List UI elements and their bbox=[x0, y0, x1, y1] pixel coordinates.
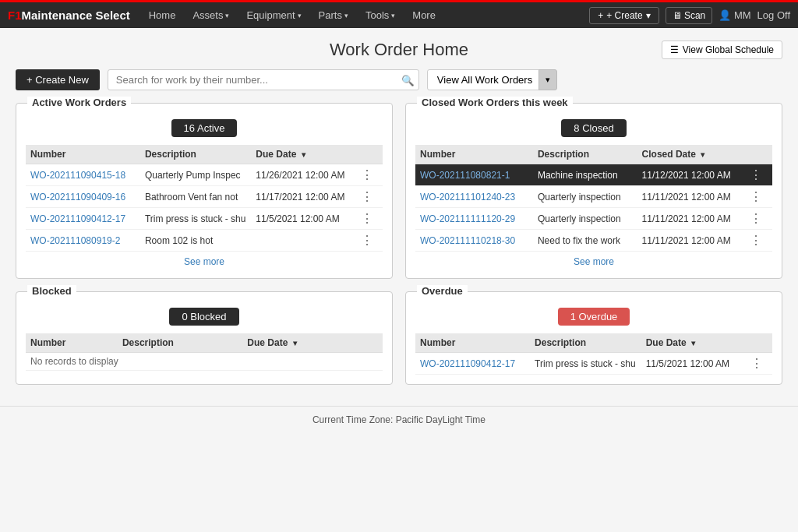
closed-work-orders-table: Number Description Closed Date ▾ WO-2021… bbox=[415, 145, 772, 252]
table-row: WO-202111090409-16 Bathroom Vent fan not… bbox=[26, 186, 383, 208]
row-actions-button[interactable]: ⋮ bbox=[358, 189, 376, 204]
view-global-schedule-button[interactable]: ☰ View Global Schedule bbox=[662, 41, 782, 59]
search-input[interactable] bbox=[108, 69, 419, 90]
row-actions-button[interactable]: ⋮ bbox=[747, 189, 764, 204]
nav-equipment[interactable]: Equipment ▾ bbox=[240, 2, 307, 30]
row-actions-button[interactable]: ⋮ bbox=[747, 233, 764, 248]
row-actions-button[interactable]: ⋮ bbox=[747, 211, 764, 226]
table-row: WO-202111090412-17 Trim press is stuck -… bbox=[415, 353, 772, 375]
tools-chevron-icon: ▾ bbox=[391, 12, 395, 19]
work-order-description: Machine inspection bbox=[533, 164, 637, 186]
active-col-number: Number bbox=[26, 145, 140, 164]
parts-chevron-icon: ▾ bbox=[344, 12, 348, 19]
work-order-due-date: 11/5/2021 12:00 AM bbox=[251, 208, 353, 230]
active-col-duedate: Due Date ▾ bbox=[251, 145, 353, 164]
work-order-closed-date: 11/11/2021 12:00 AM bbox=[637, 208, 743, 230]
work-order-due-date: 11/5/2021 12:00 AM bbox=[641, 353, 743, 375]
work-order-number-link[interactable]: WO-202111090415-18 bbox=[26, 164, 140, 186]
overdue-col-actions bbox=[743, 333, 772, 353]
toolbar: + Create New 🔍 View All Work Orders ▾ bbox=[16, 69, 782, 90]
table-row: WO-202111090412-17 Trim press is stuck -… bbox=[26, 208, 383, 230]
active-col-description: Description bbox=[140, 145, 251, 164]
work-order-number-link[interactable]: WO-202111090409-16 bbox=[26, 186, 140, 208]
search-icon-button[interactable]: 🔍 bbox=[401, 74, 415, 86]
create-label: + Create bbox=[606, 10, 642, 21]
work-order-description: Bathroom Vent fan not bbox=[140, 186, 251, 208]
table-row: WO-202111110218-30 Need to fix the work … bbox=[415, 230, 772, 252]
active-panel-title: Active Work Orders bbox=[27, 97, 131, 108]
view-all-wrapper: View All Work Orders ▾ bbox=[427, 69, 557, 90]
work-order-number-link[interactable]: WO-202111080821-1 bbox=[415, 164, 533, 186]
overdue-col-duedate: Due Date ▾ bbox=[641, 333, 743, 353]
nav-more[interactable]: More bbox=[406, 2, 442, 30]
table-row: No records to display bbox=[26, 353, 383, 371]
create-button[interactable]: + + Create ▾ bbox=[589, 7, 659, 24]
closed-col-description: Description bbox=[533, 145, 637, 164]
work-order-description: Need to fix the work bbox=[533, 230, 637, 252]
view-global-label: View Global Schedule bbox=[683, 44, 774, 55]
blocked-duedate-sort-icon[interactable]: ▾ bbox=[293, 339, 297, 347]
overdue-col-description: Description bbox=[530, 333, 641, 353]
work-order-closed-date: 11/11/2021 12:00 AM bbox=[637, 230, 743, 252]
work-order-number-link[interactable]: WO-202111090412-17 bbox=[415, 353, 530, 375]
create-new-button[interactable]: + Create New bbox=[16, 69, 100, 90]
user-menu[interactable]: 👤 MM bbox=[719, 9, 750, 21]
active-see-more[interactable]: See more bbox=[26, 252, 383, 269]
brand-suffix: Maintenance Select bbox=[22, 9, 130, 22]
closed-see-more[interactable]: See more bbox=[415, 252, 772, 269]
work-order-number-link[interactable]: WO-202111080919-2 bbox=[26, 230, 140, 252]
work-order-number-link[interactable]: WO-202111110218-30 bbox=[415, 230, 533, 252]
closed-col-actions bbox=[743, 145, 772, 164]
work-order-description: Quarterly inspection bbox=[533, 208, 637, 230]
overdue-duedate-sort-icon[interactable]: ▾ bbox=[691, 339, 695, 347]
work-order-number-link[interactable]: WO-202111090412-17 bbox=[26, 208, 140, 230]
navbar-right: + + Create ▾ 🖥 Scan 👤 MM Log Off bbox=[589, 7, 790, 24]
work-order-description: Quarterly Pump Inspec bbox=[140, 164, 251, 186]
brand-logo: F1Maintenance Select bbox=[8, 9, 130, 22]
row-actions-button[interactable]: ⋮ bbox=[748, 356, 765, 371]
assets-chevron-icon: ▾ bbox=[225, 12, 229, 19]
work-order-description: Room 102 is hot bbox=[140, 230, 251, 252]
row-actions-button[interactable]: ⋮ bbox=[358, 211, 376, 226]
blocked-col-actions bbox=[363, 333, 383, 353]
closed-badge-container: 8 Closed bbox=[415, 119, 772, 137]
brand-prefix: F1 bbox=[8, 9, 22, 22]
table-row: WO-202111111120-29 Quarterly inspection … bbox=[415, 208, 772, 230]
view-all-dropdown-button[interactable]: ▾ bbox=[538, 69, 557, 90]
equipment-chevron-icon: ▾ bbox=[298, 12, 302, 19]
logoff-button[interactable]: Log Off bbox=[757, 9, 790, 21]
row-actions-button[interactable]: ⋮ bbox=[358, 233, 376, 248]
page-header: Work Order Home ☰ View Global Schedule bbox=[16, 40, 782, 60]
scan-button[interactable]: 🖥 Scan bbox=[666, 7, 713, 24]
duedate-sort-icon[interactable]: ▾ bbox=[302, 150, 305, 159]
row-actions-button[interactable]: ⋮ bbox=[358, 167, 376, 182]
blocked-work-orders-table: Number Description Due Date ▾ No records… bbox=[26, 333, 383, 371]
work-order-number-link[interactable]: WO-202111101240-23 bbox=[415, 186, 533, 208]
navbar: F1Maintenance Select Home Assets ▾ Equip… bbox=[0, 0, 798, 28]
row-actions-button[interactable]: ⋮ bbox=[747, 167, 764, 182]
work-order-description: Quarterly inspection bbox=[533, 186, 637, 208]
overdue-panel-title: Overdue bbox=[417, 285, 468, 297]
nav-assets[interactable]: Assets ▾ bbox=[186, 2, 235, 30]
closed-col-closeddate: Closed Date ▾ bbox=[637, 145, 743, 164]
work-order-closed-date: 11/12/2021 12:00 AM bbox=[637, 164, 743, 186]
closeddate-sort-icon[interactable]: ▾ bbox=[701, 150, 704, 159]
blocked-col-number: Number bbox=[26, 333, 118, 353]
work-order-due-date: 11/26/2021 12:00 AM bbox=[251, 164, 353, 186]
closed-col-number: Number bbox=[415, 145, 533, 164]
nav-tools[interactable]: Tools ▾ bbox=[359, 2, 401, 30]
panels-grid: Active Work Orders 16 Active Number Desc… bbox=[16, 103, 782, 385]
work-order-due-date: 11/17/2021 12:00 AM bbox=[251, 186, 353, 208]
footer: Current Time Zone: Pacific DayLight Time bbox=[0, 406, 798, 433]
blocked-panel: Blocked 0 Blocked Number Description Due… bbox=[16, 291, 393, 385]
work-order-number-link[interactable]: WO-202111111120-29 bbox=[415, 208, 533, 230]
view-all-work-orders-button[interactable]: View All Work Orders bbox=[427, 69, 542, 90]
nav-parts[interactable]: Parts ▾ bbox=[312, 2, 355, 30]
blocked-col-duedate: Due Date ▾ bbox=[242, 333, 363, 353]
nav-home[interactable]: Home bbox=[143, 2, 182, 30]
main-content: Work Order Home ☰ View Global Schedule +… bbox=[0, 28, 798, 396]
work-order-due-date bbox=[251, 230, 353, 252]
active-work-orders-table: Number Description Due Date ▾ WO-2021110… bbox=[26, 145, 383, 252]
search-icon: 🔍 bbox=[401, 74, 415, 86]
blocked-badge: 0 Blocked bbox=[169, 308, 238, 326]
